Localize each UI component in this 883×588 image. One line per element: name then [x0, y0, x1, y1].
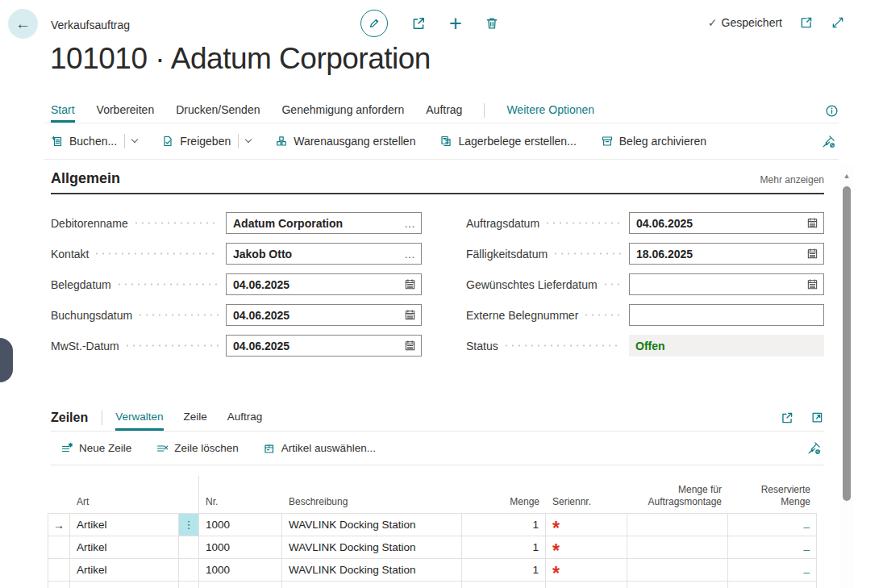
zeile-loeschen-button[interactable]: Zeile löschen	[156, 442, 239, 455]
cell-seriennr[interactable]: *	[546, 559, 627, 582]
lines-focus-mode-button[interactable]	[810, 411, 824, 424]
kontakt-input[interactable]: Jakob Otto …	[226, 243, 422, 265]
reserved-qty-link[interactable]: _	[803, 516, 810, 528]
reserved-qty-link[interactable]: _	[803, 561, 810, 573]
tab-start[interactable]: Start	[51, 98, 75, 123]
cell-seriennr[interactable]: *	[546, 536, 627, 559]
cell-reservierte-menge[interactable]: _	[728, 559, 817, 582]
tab-weitere-optionen[interactable]: Weitere Optionen	[506, 98, 594, 123]
cell-menge[interactable]: 1	[462, 514, 546, 536]
cell-menge-montage[interactable]	[627, 514, 728, 536]
lines-tab-auftrag[interactable]: Auftrag	[227, 404, 263, 431]
tab-genehmigung-anfordern[interactable]: Genehmigung anfordern	[281, 98, 404, 123]
cell-art[interactable]: Artikel	[70, 559, 179, 582]
lines-share-button[interactable]	[780, 411, 794, 425]
lookup-ellipsis-icon[interactable]: …	[404, 219, 416, 227]
faelligkeitsdatum-input[interactable]: 18.06.2025	[629, 243, 824, 265]
header-beschreibung[interactable]: Beschreibung	[282, 476, 462, 514]
cell-handle[interactable]	[179, 559, 199, 582]
cell-handle[interactable]	[179, 536, 199, 559]
cell-handle[interactable]	[179, 582, 199, 588]
freigeben-button[interactable]: Freigeben	[161, 135, 231, 148]
header-seriennr[interactable]: Seriennr.	[546, 476, 627, 514]
cell-seriennr[interactable]	[546, 582, 627, 588]
lines-tab-zeile[interactable]: Zeile	[184, 404, 207, 431]
info-button[interactable]	[825, 104, 839, 118]
cell-menge-montage[interactable]	[627, 559, 728, 582]
auftragsdatum-input[interactable]: 04.06.2025	[629, 212, 824, 234]
cell-beschreibung[interactable]: WAVLINK Docking Station	[282, 514, 462, 536]
side-panel-handle[interactable]	[0, 338, 13, 382]
calendar-icon[interactable]	[404, 309, 416, 321]
warenausgang-erstellen-button[interactable]: Warenausgang erstellen	[275, 135, 415, 148]
calendar-icon[interactable]	[806, 248, 818, 260]
buchen-button[interactable]: Buchen...	[51, 135, 117, 148]
cell-menge[interactable]	[462, 582, 546, 588]
lieferdatum-input[interactable]	[629, 273, 824, 295]
vertical-scrollbar[interactable]: ▲	[840, 165, 853, 588]
mehr-anzeigen-link[interactable]: Mehr anzeigen	[760, 174, 824, 186]
tab-vorbereiten[interactable]: Vorbereiten	[97, 98, 155, 123]
debitorenname-input[interactable]: Adatum Corporation …	[226, 212, 422, 234]
tab-drucken-senden[interactable]: Drucken/Senden	[176, 98, 260, 123]
cell-handle-selected[interactable]: ⋮	[179, 514, 199, 536]
lookup-ellipsis-icon[interactable]: …	[404, 250, 416, 258]
header-nr[interactable]: Nr.	[199, 476, 282, 514]
cell-reservierte-menge[interactable]: _	[728, 514, 817, 536]
section-heading-zeilen[interactable]: Zeilen	[51, 411, 88, 425]
cell-art[interactable]: Artikel	[70, 536, 179, 559]
cell-menge[interactable]: 1	[462, 536, 546, 559]
lines-tab-verwalten[interactable]: Verwalten	[115, 404, 163, 431]
cell-nr[interactable]: 1000	[199, 559, 282, 582]
cell-nr[interactable]: 1000	[199, 514, 282, 536]
cell-menge-montage[interactable]	[627, 536, 728, 559]
scrollbar-up-arrow[interactable]: ▲	[840, 172, 853, 180]
cell-beschreibung[interactable]	[282, 582, 462, 588]
lagerbelege-erstellen-button[interactable]: Lagerbelege erstellen...	[439, 135, 576, 148]
new-button[interactable]: +	[449, 15, 462, 31]
delete-button[interactable]	[485, 16, 499, 31]
section-heading-allgemein[interactable]: Allgemein	[51, 170, 120, 187]
buchungsdatum-input[interactable]: 04.06.2025	[226, 304, 422, 326]
row-selector-cell[interactable]	[48, 582, 70, 588]
header-art[interactable]: Art	[70, 476, 179, 514]
header-menge-auftragsmontage[interactable]: Menge für Auftragsmontage	[627, 476, 728, 514]
buchen-dropdown-chevron[interactable]	[131, 136, 138, 143]
cell-menge[interactable]: 1	[462, 559, 546, 582]
cell-seriennr[interactable]: *	[546, 514, 627, 536]
calendar-icon[interactable]	[806, 217, 818, 229]
unpin-linesbar-button[interactable]	[807, 441, 821, 455]
row-selector-cell[interactable]: →	[48, 514, 70, 536]
reserved-qty-link[interactable]: _	[803, 539, 810, 551]
cell-art[interactable]	[70, 582, 179, 588]
artikel-auswaehlen-button[interactable]: Artikel auswählen...	[263, 442, 376, 455]
externe-belegnummer-input[interactable]	[629, 304, 824, 326]
edit-button[interactable]	[360, 10, 388, 37]
mwst-datum-input[interactable]: 04.06.2025	[226, 335, 422, 357]
back-button[interactable]: ←	[8, 9, 38, 39]
calendar-icon[interactable]	[404, 278, 416, 290]
cell-beschreibung[interactable]: WAVLINK Docking Station	[282, 559, 462, 582]
beleg-archivieren-button[interactable]: Beleg archivieren	[601, 135, 706, 148]
neue-zeile-button[interactable]: Neue Zeile	[60, 442, 131, 455]
calendar-icon[interactable]	[404, 340, 416, 352]
freigeben-dropdown-chevron[interactable]	[245, 136, 252, 143]
scrollbar-thumb[interactable]	[843, 186, 851, 501]
share-button[interactable]	[410, 15, 427, 31]
unpin-actionbar-button[interactable]	[822, 135, 835, 148]
header-menge[interactable]: Menge	[462, 476, 546, 514]
cell-nr[interactable]: 1000	[199, 536, 282, 559]
expand-button[interactable]	[831, 15, 845, 30]
cell-beschreibung[interactable]: WAVLINK Docking Station	[282, 536, 462, 559]
cell-art[interactable]: Artikel	[70, 514, 179, 536]
open-in-window-button[interactable]	[799, 15, 814, 30]
cell-nr[interactable]	[199, 582, 282, 588]
header-reservierte-menge[interactable]: Reservierte Menge	[728, 476, 817, 514]
cell-menge-montage[interactable]	[627, 582, 728, 588]
cell-reservierte-menge[interactable]: _	[728, 536, 817, 559]
tab-auftrag[interactable]: Auftrag	[426, 98, 462, 123]
cell-reservierte-menge[interactable]	[728, 582, 817, 588]
belegdatum-input[interactable]: 04.06.2025	[226, 273, 422, 295]
calendar-icon[interactable]	[806, 278, 818, 290]
row-selector-cell[interactable]	[48, 536, 70, 559]
